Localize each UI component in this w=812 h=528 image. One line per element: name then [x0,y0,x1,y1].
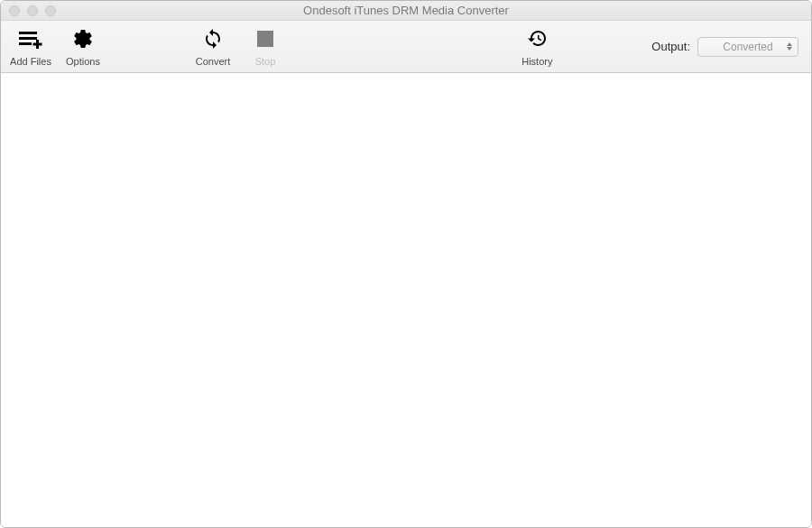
gear-icon [72,25,94,52]
toolbar-group-convert: Convert Stop [189,23,290,70]
convert-button[interactable]: Convert [189,23,237,70]
history-label: History [521,56,552,67]
history-icon [525,25,549,52]
history-button[interactable]: History [512,23,561,70]
close-window-button[interactable] [9,5,20,16]
minimize-window-button[interactable] [27,5,38,16]
output-label: Output: [651,40,690,53]
add-files-icon [19,25,42,52]
toolbar: Add Files Options Convert [1,21,811,73]
options-button[interactable]: Options [59,23,107,70]
window-title: Ondesoft iTunes DRM Media Converter [1,4,811,17]
svg-rect-1 [19,37,37,40]
svg-rect-2 [19,42,32,45]
stop-button[interactable]: Stop [241,23,290,70]
options-label: Options [66,56,100,67]
window-controls [9,5,56,16]
sync-icon [202,25,224,52]
output-selected-value: Converted [723,41,772,53]
zoom-window-button[interactable] [45,5,56,16]
output-group: Output: Converted [651,37,798,57]
app-window: Ondesoft iTunes DRM Media Converter Add … [0,0,812,528]
output-folder-select[interactable]: Converted [697,37,798,57]
convert-label: Convert [196,56,231,67]
add-files-button[interactable]: Add Files [6,23,55,70]
toolbar-group-file: Add Files Options [6,23,107,70]
svg-rect-4 [33,42,42,45]
add-files-label: Add Files [10,56,51,67]
stop-label: Stop [255,56,276,67]
file-list-area [1,73,811,527]
titlebar: Ondesoft iTunes DRM Media Converter [1,1,811,21]
select-stepper-icon [787,42,792,51]
stop-icon [257,25,273,52]
svg-rect-0 [19,32,37,34]
